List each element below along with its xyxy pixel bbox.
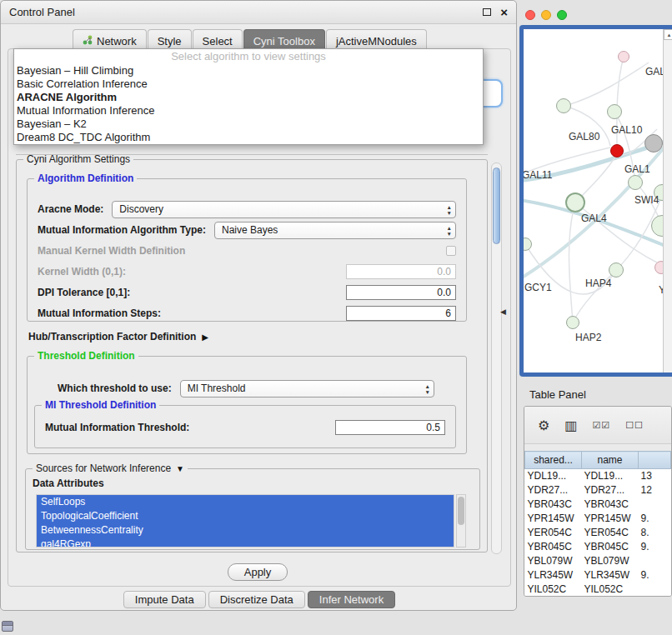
restore-panel-icon[interactable]: [2, 621, 13, 632]
list-scrollbar[interactable]: [456, 494, 466, 548]
menu-item[interactable]: Bayesian – Hill Climbing: [14, 64, 483, 78]
sources-expander[interactable]: Sources for Network Inference ▼: [33, 462, 188, 474]
network-node[interactable]: [628, 175, 643, 190]
group-title: Algorithm Definition: [34, 172, 137, 184]
control-panel-tabs: Network Style Select Cyni Toolbox jActiv…: [73, 29, 428, 49]
menu-item[interactable]: Dream8 DC_TDC Algorithm: [14, 131, 483, 144]
chevron-down-icon: ▼: [176, 464, 184, 473]
apply-button[interactable]: Apply: [228, 563, 288, 581]
which-threshold-value: MI Threshold: [188, 382, 246, 394]
network-canvas[interactable]: GAL GAL80 GAL10 GAL11 GAL1 SWI4 GAL4 GCY…: [524, 29, 663, 372]
mi-steps-label: Mutual Information Steps:: [38, 308, 161, 319]
tab-infer-network[interactable]: Infer Network: [308, 591, 395, 608]
tab-label: Style: [158, 35, 182, 48]
scroll-up-arrow[interactable]: ▲: [664, 29, 672, 40]
algorithm-definition-group: Algorithm Definition Aracne Mode: Discov…: [27, 178, 467, 322]
group-border-remnant: [16, 154, 488, 155]
mi-steps-field[interactable]: 6: [346, 306, 456, 321]
deselect-all-checkboxes-icon[interactable]: ☐☐: [625, 420, 644, 431]
node-table: shared... name YDL19...YDL19...13 YDR27.…: [524, 451, 671, 597]
list-item[interactable]: TopologicalCoefficient: [37, 509, 454, 523]
table-row[interactable]: YPR145WYPR145W9.: [525, 512, 671, 526]
menu-item[interactable]: Bayesian – K2: [14, 118, 483, 131]
scrollbar-thumb[interactable]: [493, 168, 500, 244]
table-panel: ⚙ ▥ ☑☑ ☐☐ shared... name YDL19...YDL19..…: [524, 406, 672, 597]
node-label: HAP4: [585, 278, 611, 289]
table-toolbar: ⚙ ▥ ☑☑ ☐☐: [524, 407, 671, 444]
dpi-tolerance-field[interactable]: 0.0: [346, 285, 456, 300]
tab-jactivemnodules[interactable]: jActiveMNodules: [326, 29, 427, 49]
network-frame: GAL GAL80 GAL10 GAL11 GAL1 SWI4 GAL4 GCY…: [519, 25, 672, 377]
table-row[interactable]: YIL052CYIL052C: [525, 582, 671, 597]
list-item[interactable]: BetweennessCentrality: [37, 523, 454, 538]
network-scrollbar[interactable]: ▲: [663, 29, 672, 372]
tab-label: jActiveMNodules: [336, 35, 417, 48]
zoom-traffic-light[interactable]: [557, 10, 567, 20]
panel-collapse-arrow[interactable]: ◀: [500, 308, 506, 316]
table-row[interactable]: YLR345WYLR345W9.: [525, 568, 671, 582]
gear-icon[interactable]: ⚙: [538, 418, 549, 433]
column-header[interactable]: [639, 452, 671, 469]
network-node[interactable]: [566, 316, 579, 329]
select-all-checkboxes-icon[interactable]: ☑☑: [592, 420, 610, 431]
table-header-row: shared... name: [525, 452, 671, 469]
table-row[interactable]: YBR043CYBR043C: [525, 498, 671, 512]
group-title: MI Threshold Definition: [42, 399, 159, 411]
network-node[interactable]: [610, 144, 624, 158]
stepper-icon: ▲▼: [447, 225, 452, 237]
menu-item[interactable]: Basic Correlation Inference: [14, 78, 483, 91]
list-item[interactable]: SelfLoops: [37, 495, 454, 509]
settings-scrollbar[interactable]: [491, 162, 502, 554]
node-label: HAP2: [575, 332, 601, 343]
mi-threshold-field[interactable]: 0.5: [335, 420, 445, 435]
tab-select[interactable]: Select: [193, 29, 243, 49]
scrollbar-thumb[interactable]: [458, 497, 464, 525]
window-titlebar[interactable]: [519, 5, 672, 25]
menu-item[interactable]: ARACNE Algorithm: [14, 91, 483, 104]
group-title: Cyni Algorithm Settings: [23, 153, 133, 165]
table-row[interactable]: YDL19...YDL19...13: [525, 469, 671, 483]
minimize-traffic-light[interactable]: [541, 10, 551, 20]
aracne-mode-label: Aracne Mode:: [38, 203, 103, 215]
close-icon[interactable]: ×: [500, 8, 508, 18]
mi-type-select[interactable]: Naive Bayes ▲▼: [214, 222, 456, 239]
network-node[interactable]: [654, 261, 663, 274]
list-item[interactable]: gal4RGexp: [37, 538, 454, 548]
kernel-width-field[interactable]: 0.0: [346, 264, 456, 279]
table-panel-title: Table Panel: [529, 388, 586, 401]
columns-icon[interactable]: ▥: [564, 418, 577, 433]
network-node[interactable]: [565, 192, 585, 212]
network-node[interactable]: [556, 98, 571, 113]
tab-label: Select: [203, 35, 233, 48]
network-node[interactable]: [607, 104, 622, 119]
kernel-width-label: Kernel Width (0,1):: [38, 266, 126, 278]
close-traffic-light[interactable]: [525, 10, 535, 20]
network-node[interactable]: [609, 262, 624, 278]
tab-network[interactable]: Network: [73, 29, 147, 49]
tab-style[interactable]: Style: [148, 29, 192, 49]
tab-cyni-toolbox[interactable]: Cyni Toolbox: [243, 29, 325, 49]
float-panel-icon[interactable]: [483, 8, 491, 16]
data-attributes-label: Data Attributes: [33, 478, 104, 489]
table-row[interactable]: YER054CYER054C8.: [525, 526, 671, 540]
network-node[interactable]: [618, 51, 629, 62]
hub-definition-expander[interactable]: Hub/Transcription Factor Definition ▶: [28, 331, 208, 342]
table-row[interactable]: YBL079WYBL079W: [525, 554, 671, 568]
network-view-window: GAL GAL80 GAL10 GAL11 GAL1 SWI4 GAL4 GCY…: [519, 5, 672, 377]
aracne-mode-select[interactable]: Discovery ▲▼: [112, 201, 456, 218]
sources-title: Sources for Network Inference: [36, 462, 171, 474]
which-threshold-select[interactable]: MI Threshold ▲▼: [180, 380, 434, 398]
menu-item[interactable]: Mutual Information Inference: [14, 104, 483, 118]
node-label: GAL4: [581, 212, 607, 224]
manual-kernel-checkbox[interactable]: [446, 246, 456, 256]
column-header[interactable]: shared...: [525, 452, 582, 469]
table-row[interactable]: YDR27...YDR27...12: [525, 483, 671, 498]
mi-type-label: Mutual Information Algorithm Type:: [38, 224, 206, 236]
tab-impute-data[interactable]: Impute Data: [123, 591, 206, 608]
network-node[interactable]: [644, 134, 663, 152]
node-label: Y: [659, 284, 663, 296]
tab-discretize-data[interactable]: Discretize Data: [208, 591, 305, 608]
column-header[interactable]: name: [582, 452, 639, 469]
table-row[interactable]: YBR045CYBR045C9.: [525, 540, 671, 554]
tab-label: Cyni Toolbox: [253, 35, 315, 48]
